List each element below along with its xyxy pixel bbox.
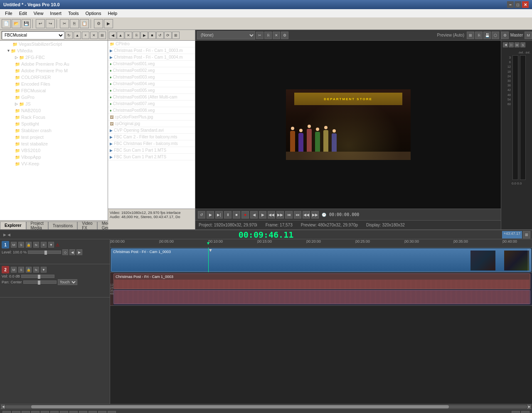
fb-view-btn[interactable]: ⊞ <box>172 32 180 39</box>
prev-prevmark-btn[interactable]: ◀◀ <box>268 211 275 219</box>
tree-item-rackfocus[interactable]: 📁 Rack Focus <box>0 114 108 120</box>
menu-insert[interactable]: Insert <box>47 10 65 17</box>
trans-timecode-btn[interactable]: 🕐 <box>512 411 520 413</box>
fb-up-btn[interactable]: ▲ <box>117 32 124 39</box>
prev-prevframe-btn[interactable]: ◀ <box>250 211 258 219</box>
open-button[interactable]: 📂 <box>12 19 21 28</box>
menu-tools[interactable]: Tools <box>65 10 82 17</box>
menu-help[interactable]: Help <box>104 10 121 17</box>
v1-lock-btn[interactable]: 🔒 <box>26 242 32 248</box>
maximize-button[interactable]: □ <box>515 1 521 8</box>
paste-button[interactable]: 📋 <box>80 19 89 28</box>
tree-item-adobeau[interactable]: 📁 Adobe Premiere Pro Au <box>0 61 108 67</box>
copy-button[interactable]: ⎘ <box>70 19 79 28</box>
file-entry-cam1-0003[interactable]: ▶ Christmas Post - Fri - Cam 1_0003.m <box>108 47 195 54</box>
save-button[interactable]: 💾 <box>22 19 31 28</box>
menu-edit[interactable]: Edit <box>16 10 30 17</box>
master-ctrl2[interactable]: ▷ <box>509 42 514 47</box>
preview-paste-btn[interactable]: ⎘ <box>264 32 272 39</box>
properties-button[interactable]: ⚙ <box>94 19 103 28</box>
a2-mute-btn[interactable]: M <box>11 267 17 273</box>
trans-prevmark-btn[interactable]: ◀◀ <box>22 411 30 413</box>
tree-item-fbcmusical[interactable]: 📁 FBCMusical <box>0 87 108 94</box>
file-entry-cpintro[interactable]: 📁 CPIntro <box>108 41 195 47</box>
tab-projectmedia[interactable]: Project Media <box>26 221 48 229</box>
file-entry-fbcchristmas[interactable]: ▶ FBC Christmas Filler - balcony.mts <box>108 140 195 147</box>
prev-play-btn[interactable]: ▶ <box>207 211 214 219</box>
horizontal-scrollbar[interactable] <box>5 405 527 408</box>
prev-skipback-btn[interactable]: ⏮ <box>285 211 293 219</box>
a2-lock-btn[interactable]: 🔒 <box>26 267 32 273</box>
prev-slowback-btn[interactable]: ◀◀ <box>303 211 310 219</box>
trans-prevframe-btn[interactable]: ◀| <box>79 411 87 413</box>
tree-item-gopro[interactable]: 📁 GoPro <box>0 94 108 101</box>
new-button[interactable]: 📄 <box>2 19 11 28</box>
tree-item-js[interactable]: ▷ 📁 JS <box>0 101 108 107</box>
prev-nextframe-btn[interactable]: ▶ <box>259 211 266 219</box>
file-entry-fbccam2[interactable]: ▶ FBC Cam 2 - Filler for balcony.mts <box>108 134 195 140</box>
preview-grid-btn[interactable]: ⊞ <box>467 32 474 39</box>
prev-slowfwd-btn[interactable]: ▶▶ <box>311 211 319 219</box>
explorer-delete-btn[interactable]: ✕ <box>90 32 98 39</box>
trans-play-btn[interactable]: ▶ <box>41 411 49 413</box>
timeline-expand-btn[interactable]: ⊞ <box>523 231 530 238</box>
audio-clip-bottom[interactable] <box>113 290 530 304</box>
v1-right-btn[interactable]: ▶ <box>76 249 82 255</box>
tree-item-stablizercrash[interactable]: 📁 Stablizer crash <box>0 127 108 134</box>
file-entry-veg007[interactable]: ♦ ChristmasPost007.veg <box>108 101 195 107</box>
tree-item-spotlight[interactable]: 📁 Spotlight <box>0 120 108 127</box>
v1-motion-btn[interactable]: ≡ <box>41 242 47 248</box>
preview-copy-frame-btn[interactable]: ⎘ <box>475 32 483 39</box>
preview-save-snapshot-btn[interactable]: 💾 <box>483 32 491 39</box>
scroll-thumb[interactable] <box>31 405 449 408</box>
explorer-add-btn[interactable]: + <box>82 32 89 39</box>
redo-button[interactable]: ↪ <box>46 19 55 28</box>
fb-back-btn[interactable]: ◀ <box>109 32 116 39</box>
tree-item-testproject[interactable]: 📁 test project <box>0 134 108 140</box>
render-button[interactable]: ▶ <box>104 19 113 28</box>
preview-external-btn[interactable]: ⬡ <box>492 32 499 39</box>
trans-playfromstart-btn[interactable]: ▶| <box>50 411 59 413</box>
tree-item-vmedia[interactable]: ▼ 📁 VMedia <box>0 47 108 54</box>
trans-slowback-btn[interactable]: ◀◀ <box>98 411 106 413</box>
trans-stop-btn[interactable]: ■ <box>69 411 78 413</box>
menu-file[interactable]: File <box>2 10 16 17</box>
vol-slider[interactable] <box>21 275 54 278</box>
master-mute-btn[interactable]: M <box>525 32 532 39</box>
preview-dropdown[interactable]: (None) <box>197 31 255 39</box>
fb-play-btn[interactable]: ▶ <box>140 32 148 39</box>
scroll-left-btn[interactable]: ◀ <box>1 405 5 409</box>
master-ctrl4[interactable]: S <box>520 42 525 47</box>
trans-slowfwd-btn[interactable]: ▶▶ <box>108 411 116 413</box>
v1-keyframe-btn[interactable]: ◇ <box>62 249 68 255</box>
explorer-up-btn[interactable]: ▲ <box>74 32 81 39</box>
tree-item-colorfixer[interactable]: 📁 COLORFIXER <box>0 74 108 81</box>
prev-nextmark-btn[interactable]: ▶▶ <box>276 211 284 219</box>
video-clip-main[interactable]: Christmas Post - Fri - Cam 1_0003 <box>111 248 531 272</box>
tree-item-encodedfiles[interactable]: 📁 Encoded Files <box>0 81 108 87</box>
a2-effects-btn[interactable]: fx <box>33 267 39 273</box>
fb-copy-btn[interactable]: ⎘ <box>133 32 140 39</box>
file-entry-veg001[interactable]: ♦ ChristmasPost001.veg <box>108 61 195 67</box>
tree-item-vvkeep[interactable]: 📁 VV-Keep <box>0 160 108 167</box>
file-entry-cvp[interactable]: ▶ CVP Opening Standard.avi <box>108 127 195 134</box>
scroll-right-btn[interactable]: ▶ <box>527 405 531 409</box>
explorer-refresh-btn[interactable]: ↻ <box>65 32 73 39</box>
level-slider[interactable] <box>28 251 61 254</box>
tab-videofx[interactable]: Video FX <box>77 221 97 229</box>
trans-loop-btn[interactable]: ↺ <box>12 411 20 413</box>
tree-item-2fgfbc[interactable]: ▷ 📁 2FG-FBC <box>0 54 108 61</box>
file-entry-cam1-0004[interactable]: ▶ Christmas Post - Fri - Cam 1_0004.m <box>108 54 195 61</box>
a2-expand-btn[interactable]: ▼ <box>41 267 47 273</box>
prev-play-from-start-btn[interactable]: ▶| <box>215 211 223 219</box>
menu-view[interactable]: View <box>30 10 47 17</box>
prev-record-btn[interactable]: ● <box>241 211 249 219</box>
preview-settings-btn[interactable]: ⚙ <box>281 32 288 39</box>
trans-record-btn[interactable]: ● <box>2 411 11 413</box>
tree-item-vegasstabilizer[interactable]: 📁 VegasStabilizerScript <box>0 41 108 47</box>
undo-button[interactable]: ↩ <box>36 19 45 28</box>
file-entry-veg008[interactable]: ♦ ChristmasPost008.veg <box>108 107 195 114</box>
v1-solo-btn[interactable]: S <box>18 242 24 248</box>
audio-clip-top[interactable]: Christmas Post - Fri - Cam 1_0003 <box>113 273 530 289</box>
prev-loop-btn[interactable]: ↺ <box>198 211 205 219</box>
